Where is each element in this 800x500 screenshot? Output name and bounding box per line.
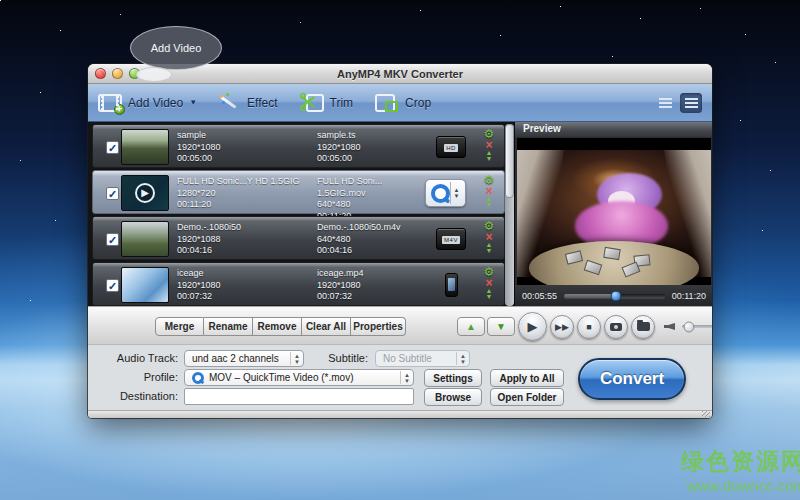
format-selector[interactable]: M4V	[431, 224, 471, 254]
app-window: AnyMP4 MKV Converter + Add Video ▼ Effec…	[88, 64, 712, 418]
down-arrow-icon: ▼	[496, 321, 506, 332]
rename-button[interactable]: Rename	[204, 317, 253, 336]
audio-track-dropdown[interactable]: und aac 2 channels ▲▼	[184, 350, 304, 367]
preview-video[interactable]	[517, 138, 711, 285]
preview-panel: Preview	[514, 122, 712, 306]
destination-input[interactable]	[184, 388, 414, 405]
subtitle-value: No Subtitle	[383, 353, 432, 364]
row-checkbox[interactable]: ✓	[106, 141, 119, 154]
crop-label: Crop	[405, 96, 431, 110]
row-actions: ⚙ × ▲▼	[481, 266, 497, 300]
open-folder-button[interactable]: Open Folder	[490, 388, 564, 406]
subtitle-dropdown[interactable]: No Subtitle ▲▼	[375, 350, 470, 367]
add-video-button[interactable]: + Add Video ▼	[98, 94, 197, 112]
settings-button[interactable]: Settings	[424, 369, 482, 387]
output-name: sample.ts	[317, 130, 433, 142]
scrollbar-thumb[interactable]	[505, 124, 514, 198]
speaker-icon[interactable]	[664, 323, 675, 330]
window-title: AnyMP4 MKV Converter	[337, 68, 463, 80]
minimize-window-button[interactable]	[112, 68, 123, 79]
source-duration: 00:11:20	[177, 199, 315, 211]
hd-device-icon: HD	[436, 136, 466, 158]
file-row-fullhd-sonic[interactable]: ✓ ▶ FULL HD Sonic...Y HD 1.5GIG 1280*720…	[92, 170, 505, 214]
browse-button[interactable]: Browse	[424, 388, 482, 406]
move-down-button[interactable]: ▼	[487, 317, 515, 336]
format-stepper[interactable]: ▲▼	[450, 182, 463, 204]
trim-button[interactable]: Trim	[300, 93, 354, 113]
play-overlay-icon[interactable]: ▶	[135, 183, 155, 203]
format-selector[interactable]: ▲▼	[425, 178, 465, 208]
open-snapshot-folder-button[interactable]	[631, 315, 655, 339]
properties-button[interactable]: Properties	[351, 317, 406, 336]
detail-view-button[interactable]	[680, 93, 702, 113]
row-checkbox[interactable]: ✓	[106, 187, 119, 200]
desktop: Add Video 绿色资源网 www.downcc.com AnyMP4 MK…	[0, 0, 800, 500]
format-selector[interactable]	[431, 270, 471, 300]
toolbar: + Add Video ▼ Effect	[88, 84, 712, 122]
dropdown-stepper-icon: ▲▼	[456, 352, 466, 365]
chevron-down-icon[interactable]: ▼	[189, 98, 197, 107]
close-window-button[interactable]	[95, 68, 106, 79]
magic-wand-icon	[219, 93, 241, 113]
file-list-scrollbar[interactable]	[505, 124, 514, 306]
file-row-iceage[interactable]: ✓ iceage 1920*1080 00:07:32 iceage.mp4 1…	[92, 262, 505, 306]
source-name: iceage	[177, 268, 315, 280]
row-checkbox[interactable]: ✓	[106, 279, 119, 292]
file-row-demo[interactable]: ✓ Demo.-.1080i50 1920*1088 00:04:16 Demo…	[92, 216, 505, 260]
quicktime-format-dropdown[interactable]: ▲▼	[425, 179, 466, 207]
list-action-buttons: Merge Rename Remove Clear All Properties	[155, 317, 406, 336]
list-view-button[interactable]	[654, 93, 676, 113]
crop-button[interactable]: Crop	[375, 93, 431, 113]
effect-label: Effect	[247, 96, 277, 110]
reorder-icons[interactable]: ▲▼	[486, 242, 493, 254]
video-thumbnail	[121, 221, 169, 257]
output-duration: 00:04:16	[317, 245, 433, 257]
output-name: FULL HD Soni... 1.5GIG.mov	[317, 176, 433, 199]
source-duration: 00:07:32	[177, 291, 315, 303]
volume-slider[interactable]	[682, 325, 712, 328]
volume-thumb[interactable]	[683, 321, 694, 332]
remove-button[interactable]: Remove	[253, 317, 302, 336]
stop-button[interactable]: ■	[577, 315, 601, 339]
output-duration: 00:05:00	[317, 153, 433, 165]
tooltip-tail	[136, 67, 172, 82]
file-row-sample[interactable]: ✓ sample 1920*1080 00:05:00 sample.ts 19…	[92, 124, 505, 168]
source-info: sample 1920*1080 00:05:00	[177, 130, 315, 165]
resize-grip[interactable]	[702, 411, 710, 417]
row-actions: ⚙ × ▲▼	[481, 128, 497, 162]
list-view-icon	[659, 98, 672, 108]
apply-to-all-button[interactable]: Apply to All	[490, 369, 564, 387]
play-button[interactable]: ▶	[518, 312, 547, 341]
source-resolution: 1920*1088	[177, 234, 315, 246]
output-resolution: 1920*1080	[317, 280, 433, 292]
effect-button[interactable]: Effect	[219, 93, 277, 113]
settings-panel: Audio Track: und aac 2 channels ▲▼ Subti…	[88, 345, 712, 410]
profile-value: MOV – QuickTime Video (*.mov)	[209, 372, 353, 383]
snapshot-button[interactable]	[604, 315, 628, 339]
convert-button[interactable]: Convert	[578, 358, 686, 400]
seek-slider[interactable]	[564, 294, 665, 298]
reorder-icons[interactable]: ▲▼	[486, 196, 493, 208]
row-actions: ⚙ × ▲▼	[481, 220, 497, 254]
row-checkbox[interactable]: ✓	[106, 233, 119, 246]
format-selector[interactable]: HD	[431, 132, 471, 162]
total-time: 00:11:20	[672, 291, 706, 301]
add-video-label: Add Video	[128, 96, 183, 110]
control-strip: Merge Rename Remove Clear All Properties…	[88, 306, 712, 345]
reorder-icons[interactable]: ▲▼	[486, 288, 493, 300]
source-resolution: 1920*1080	[177, 280, 315, 292]
iphone-device-icon	[445, 273, 458, 297]
star-field	[0, 0, 1, 1]
merge-button[interactable]: Merge	[155, 317, 204, 336]
source-duration: 00:04:16	[177, 245, 315, 257]
move-up-button[interactable]: ▲	[457, 317, 485, 336]
source-info: Demo.-.1080i50 1920*1088 00:04:16	[177, 222, 315, 257]
folder-icon	[637, 322, 650, 331]
clear-all-button[interactable]: Clear All	[302, 317, 351, 336]
profile-dropdown[interactable]: MOV – QuickTime Video (*.mov) ▲▼	[184, 369, 414, 386]
file-list: ✓ sample 1920*1080 00:05:00 sample.ts 19…	[92, 124, 505, 306]
fast-forward-button[interactable]: ▶▶	[550, 315, 574, 339]
source-info: FULL HD Sonic...Y HD 1.5GIG 1280*720 00:…	[177, 176, 315, 211]
reorder-icons[interactable]: ▲▼	[486, 150, 493, 162]
seek-thumb[interactable]	[611, 290, 622, 301]
